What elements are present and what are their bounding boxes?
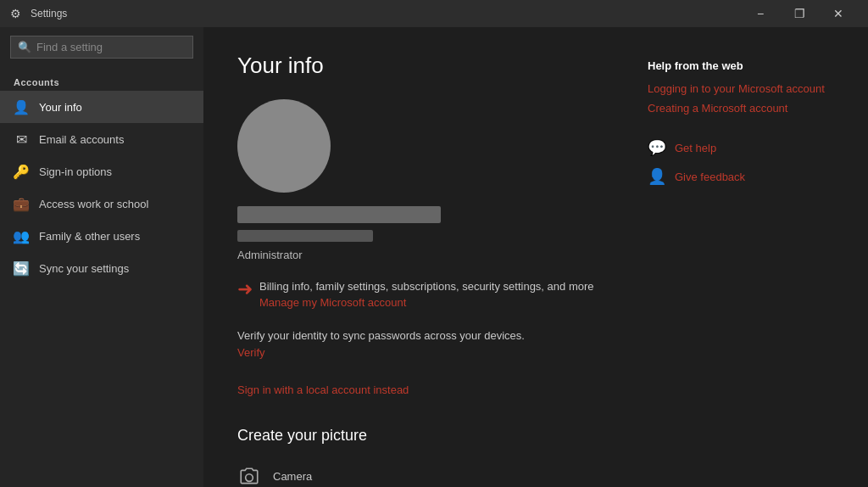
help-link-create[interactable]: Creating a Microsoft account [648,102,834,115]
sign-in-icon: 🔑 [14,164,29,179]
close-button[interactable]: ✕ [819,0,858,27]
verify-link[interactable]: Verify [237,346,265,359]
billing-text: Billing info, family settings, subscript… [259,278,594,295]
sync-icon: 🔄 [14,260,29,276]
content-sidebar: Help from the web Logging in to your Mic… [648,53,834,462]
sidebar-item-your-info[interactable]: 👤 Your info [0,91,203,123]
content-main: Your info Administrator ➜ Billing info, … [237,53,597,462]
username-bar [237,206,441,223]
sidebar-item-access-work[interactable]: 💼 Access work or school [0,188,203,220]
svg-point-0 [246,473,253,481]
sidebar-section-label: Accounts [0,67,203,91]
give-feedback-label[interactable]: Give feedback [675,171,745,183]
get-help-label[interactable]: Get help [675,142,716,154]
sidebar-item-label-sign-in: Sign-in options [39,165,112,178]
email-icon: ✉ [14,132,29,147]
restore-button[interactable]: ❐ [780,0,819,27]
get-help-icon: 💬 [648,138,666,157]
search-container[interactable]: 🔍 [10,36,193,59]
billing-info-row: ➜ Billing info, family settings, subscri… [237,278,597,309]
arrow-icon: ➜ [237,278,253,300]
verify-section: Verify your identity to sync passwords a… [237,329,597,359]
get-help-item[interactable]: 💬 Get help [648,138,834,157]
content-area: Your info Administrator ➜ Billing info, … [203,27,868,487]
avatar-container [237,99,331,193]
camera-icon [237,465,261,488]
help-section: Help from the web Logging in to your Mic… [648,59,834,115]
sidebar-item-sync[interactable]: 🔄 Sync your settings [0,252,203,284]
give-feedback-icon: 👤 [648,167,666,186]
settings-icon: ⚙ [10,7,24,20]
create-picture-title: Create your picture [237,427,597,445]
sidebar: 🔍 Accounts 👤 Your info ✉ Email & account… [0,27,203,487]
sidebar-item-label-email: Email & accounts [39,133,124,146]
titlebar-controls: − ❐ ✕ [741,0,858,27]
help-title: Help from the web [648,59,834,72]
create-picture-section: Create your picture Camera [237,427,597,488]
search-input[interactable] [36,41,186,53]
sidebar-item-label-your-info: Your info [39,101,82,114]
give-feedback-item[interactable]: 👤 Give feedback [648,167,834,186]
sidebar-item-label-family: Family & other users [39,230,140,243]
manage-account-link[interactable]: Manage my Microsoft account [259,296,406,309]
help-link-login[interactable]: Logging in to your Microsoft account [648,82,834,95]
sign-in-local-link[interactable]: Sign in with a local account instead [237,383,409,396]
support-section: 💬 Get help 👤 Give feedback [648,138,834,186]
sidebar-item-label-sync: Sync your settings [39,262,129,275]
your-info-icon: 👤 [14,99,29,115]
family-icon: 👥 [14,228,29,244]
sidebar-item-label-work: Access work or school [39,198,148,210]
work-icon: 💼 [14,196,29,211]
sidebar-item-sign-in[interactable]: 🔑 Sign-in options [0,155,203,188]
camera-label: Camera [273,470,312,483]
sidebar-item-family[interactable]: 👥 Family & other users [0,220,203,252]
sign-in-section: Sign in with a local account instead [237,383,597,396]
profile-section: Administrator [237,99,597,261]
sidebar-item-email-accounts[interactable]: ✉ Email & accounts [0,123,203,155]
username-sub [237,230,373,242]
admin-label: Administrator [237,249,597,261]
page-title: Your info [237,53,597,79]
verify-text: Verify your identity to sync passwords a… [237,329,597,342]
billing-info-content: Billing info, family settings, subscript… [259,278,594,309]
avatar [237,99,331,193]
titlebar: ⚙ Settings − ❐ ✕ [0,0,868,27]
minimize-button[interactable]: − [741,0,780,27]
main-layout: 🔍 Accounts 👤 Your info ✉ Email & account… [0,27,868,487]
camera-option[interactable]: Camera [237,458,597,488]
titlebar-title: Settings [31,8,741,20]
search-icon: 🔍 [18,41,31,53]
